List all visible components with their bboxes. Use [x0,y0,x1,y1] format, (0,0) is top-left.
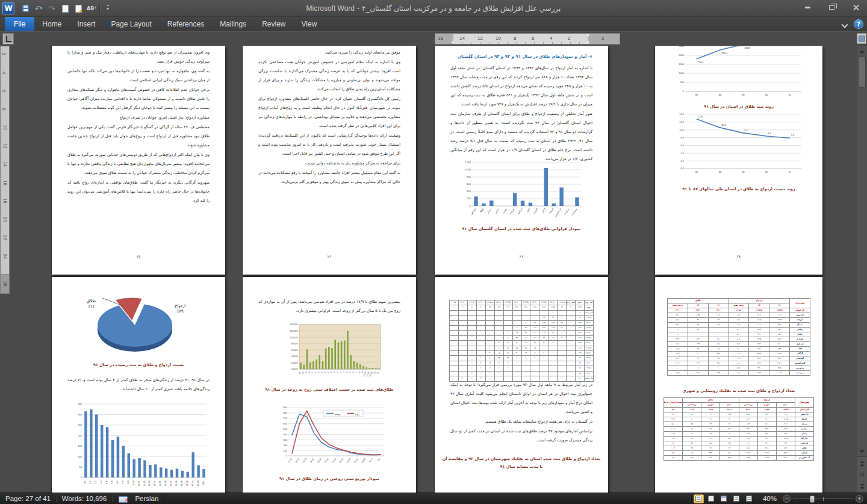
paragraph: مصطفی ف. ۲۲ ساله از گرگان در گفتگو با خب… [67,123,210,150]
vertical-scrollbar[interactable] [857,46,867,493]
svg-text:3-4: 3-4 [100,481,102,484]
tab-home[interactable]: Home [34,17,69,31]
page-29[interactable]: طلاق٪۱۱ ازدواج٪۸۹ نسبت ازدواج و طلاق به … [52,277,225,493]
page-32[interactable]: شهرستانازدواجطلاق۹۱۹۲درصد تغيير۹۱۹۲درصد … [655,277,822,493]
ribbon-tab-bar: FileHomeInsertPage LayoutReferencesMaili… [0,17,867,32]
close-button[interactable] [848,2,863,12]
svg-text:200: 200 [283,444,287,447]
svg-text:7-8: 7-8 [122,481,124,484]
svg-text:600: 600 [283,422,287,425]
tab-references[interactable]: References [160,17,212,31]
zoom-level[interactable]: 40% [763,495,777,502]
svg-text:70-74: 70-74 [368,458,374,463]
page-31[interactable]: سن زوججمعكمتر از ۱۵۱۹-۱۵۲۴-۲۰۲۹-۲۵۳۴-۳۰۳… [435,277,608,493]
help-icon[interactable] [854,19,863,29]
svg-text:60-64: 60-64 [353,458,359,463]
svg-text:5: 5 [349,372,351,374]
svg-text:40-44: 40-44 [325,458,330,463]
tab-mailings[interactable]: Mailings [212,17,254,31]
svg-text:2-3: 2-3 [95,481,97,484]
zoom-slider-thumb[interactable] [810,496,815,503]
svg-text:29+: 29+ [202,481,205,485]
language-indicator[interactable]: Persian [129,495,164,502]
proofing-errors-icon[interactable]: ✕ [119,496,127,502]
title-bar[interactable]: W ↶▾ ↷ AB¹ ▾ بررسي علل افزايش طلاق در جا… [0,0,867,17]
ribbon-right-controls [842,19,863,29]
tab-stop-selector[interactable] [2,33,14,45]
minimize-button[interactable] [800,2,815,12]
svg-text:50-54: 50-54 [339,458,344,463]
page-27-current[interactable]: ۶- آمار و نمودارهاي طلاق در سال ۹۱ و ۹۲ … [435,46,608,275]
web-layout-view-button[interactable] [719,494,729,503]
page-26[interactable]: موفق نیز ماه‌های اولیه زندگی را سپری می‌… [243,46,416,275]
tab-review[interactable]: Review [254,17,293,31]
svg-text:17-18: 17-18 [175,481,178,487]
previous-page-button[interactable] [857,458,866,468]
svg-text:گميشان: گميشان [547,207,554,215]
svg-text:91: 91 [788,93,791,96]
zoom-slider[interactable] [793,494,853,503]
page-30[interactable]: بیشترین سهم طلاق با ۱۷/۹ درصد در بین افر… [243,277,416,493]
urban-rural-table: شهرستانازدواجطلاقنسبت ازدواج به طلاقجمعش… [663,397,814,461]
tab-insert[interactable]: Insert [69,17,103,31]
svg-text:2608: 2608 [745,46,751,49]
svg-text:300: 300 [283,438,287,441]
data-table: سن زوججمعكمتر از ۱۵۱۹-۱۵۲۴-۲۰۲۹-۲۵۳۴-۳۰۳… [449,300,594,382]
first-line-indent-marker[interactable] [585,34,590,38]
vertical-ruler[interactable]: 2468101214161820222426 [0,46,10,294]
double-arrow-up-icon [860,464,864,466]
ruler-number: 16 [2,180,8,185]
tab-page-layout[interactable]: Page Layout [103,17,159,31]
scroll-up-button[interactable] [857,47,866,55]
svg-text:2.00%: 2.00% [291,361,299,364]
horizontal-ruler[interactable]: 1814121086422 [435,33,620,45]
svg-text:0: 0 [333,372,335,374]
paragraph: بیشترین سهم طلاق با ۱۷/۹ درصد در بین افر… [258,297,400,316]
svg-text:18-19: 18-19 [181,481,183,487]
ruler-number: 20 [2,217,8,222]
restore-icon [829,5,834,10]
page-indicator[interactable]: Page: 27 of 41 [0,495,56,502]
scrollbar-thumb[interactable] [858,57,866,88]
right-indent-marker[interactable] [585,40,590,43]
paragraph: وی با بیان اینکه اکثر ازدواج‌هایی که از … [67,151,210,178]
page-28[interactable]: 0500100015002000250087888990911810230326… [655,46,822,275]
svg-text:0: 0 [286,454,288,457]
svg-text:35-39: 35-39 [317,458,322,463]
next-page-button[interactable] [857,482,866,491]
restore-button[interactable] [824,2,839,12]
svg-text:6.00%: 6.00% [291,349,299,352]
svg-text:300: 300 [78,413,82,416]
data-table: شهرستانازدواجطلاق۹۱۹۲درصد تغيير۹۱۹۲درصد … [667,298,810,376]
page-25[interactable]: وی افزود: همسران از هم توقع دارند تا مها… [52,46,225,275]
ribbon-expand-chevron-icon[interactable] [842,22,848,27]
double-arrow-up-icon [860,461,864,463]
print-layout-view-button[interactable] [694,494,704,503]
chart-caption: روند نسبت ازدواج به طلاق در استان طي سال… [661,185,816,193]
svg-text:11-12: 11-12 [143,481,146,487]
scroll-down-button[interactable] [857,447,866,455]
draft-view-button[interactable] [744,494,754,503]
paragraph: با اشاره به آمار ازدواج در سال‌های ۱۳۹۲ … [450,64,592,109]
svg-text:15-16: 15-16 [164,481,167,487]
svg-text:4.00%: 4.00% [291,355,299,358]
svg-text:55-59: 55-59 [346,458,352,463]
paragraph: مشاوره ازدواج؛ نیاز اصلی امروز جوانان در… [67,113,210,122]
svg-text:گرگان: گرگان [541,207,547,214]
paragraph: شهروند گرگانی دیگری به خبرنگار ما گفت: ط… [67,178,210,205]
divider [164,495,164,502]
select-browse-object-button[interactable] [857,470,866,479]
full-screen-reading-view-button[interactable] [706,494,716,503]
status-bar: Page: 27 of 41 Words: 10,696 ✕ Persian 4… [0,493,867,504]
view-ruler-toggle-button[interactable] [857,33,866,44]
svg-text:25-29: 25-29 [197,481,199,487]
zoom-in-button[interactable]: + [856,495,863,503]
word-count[interactable]: Words: 10,696 [57,495,113,502]
tab-view[interactable]: View [294,17,325,31]
zoom-out-button[interactable]: − [783,495,791,503]
tab-file[interactable]: File [5,17,34,31]
divider [691,495,691,502]
hanging-indent-marker[interactable] [451,40,456,43]
double-arrow-down-icon [860,484,864,487]
outline-view-button[interactable] [732,494,742,503]
